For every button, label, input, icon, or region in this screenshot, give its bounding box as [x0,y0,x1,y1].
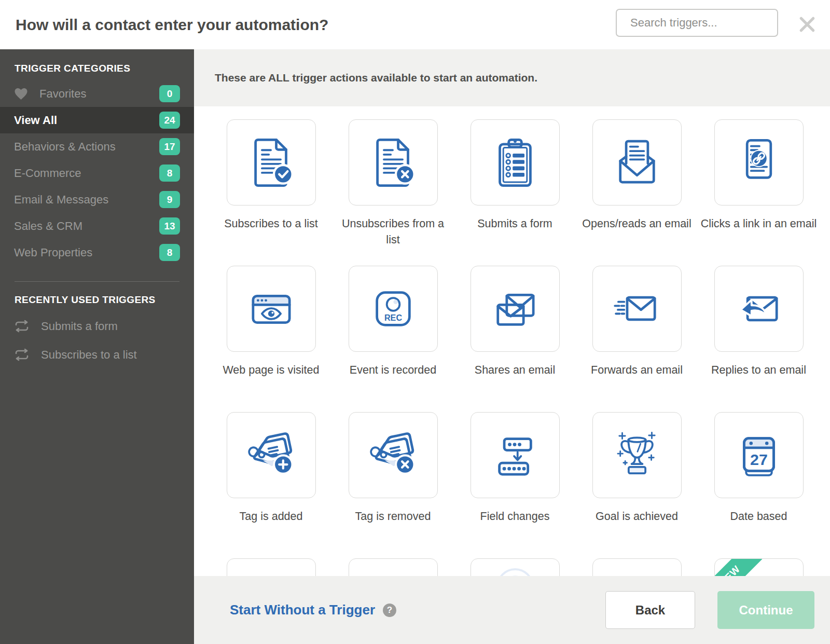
browser-eye-icon [242,279,301,338]
count-badge: 8 [159,165,180,182]
repeat-icon [14,320,30,333]
trigger-card-goal-is-achieved[interactable] [592,412,682,498]
main-panel: These are ALL trigger actions available … [194,49,830,644]
trigger-card-tag-is-removed[interactable] [349,412,438,498]
modal-footer: Start Without a Trigger ? Back Continue [194,576,830,644]
trigger-modal: How will a contact enter your automation… [0,0,830,644]
sidebar-item-label: Sales & CRM [14,220,82,233]
page-title: How will a contact enter your automation… [16,0,328,49]
trigger-card-label: Subscribes to a list [224,216,317,232]
trigger-card-label: Web page is visited [223,362,319,378]
document-link-icon [729,133,789,192]
back-button[interactable]: Back [605,591,695,629]
count-badge: 0 [159,85,180,102]
count-badge: 13 [159,217,180,235]
trigger-card-date-based[interactable]: 27 [714,412,804,498]
clipboard-checklist-icon [486,133,545,192]
trigger-card-label: Replies to an email [711,362,806,378]
sidebar-item-web-properties[interactable]: Web Properties 8 [0,239,194,266]
recent-trigger-label: Submits a form [41,320,118,333]
sidebar-recent-submits-a-form[interactable]: Submits a form [0,312,194,340]
count-badge: 8 [159,244,180,261]
trigger-card-label: Date based [730,509,787,525]
trigger-card-label: Clicks a link in an email [701,216,817,232]
trigger-card-label: Tag is added [240,509,303,525]
modal-header: How will a contact enter your automation… [0,0,830,49]
repeat-icon [14,348,30,361]
double-envelope-icon [486,279,545,338]
recently-used-heading: RECENTLY USED TRIGGERS [0,282,194,312]
sidebar-item-label: Web Properties [14,246,92,259]
sidebar-item-behaviors-actions[interactable]: Behaviors & Actions 17 [0,133,194,160]
sidebar-item-email-messages[interactable]: Email & Messages 9 [0,186,194,213]
trigger-card-label: Goal is achieved [596,509,678,525]
trigger-card-web-page-is-visited[interactable] [227,266,316,352]
sidebar-recent-subscribes-to-a-list[interactable]: Subscribes to a list [0,340,194,369]
trigger-card-label: Unsubscribes from a list [334,216,452,248]
trigger-card-replies-to-an-email[interactable] [714,266,804,352]
open-envelope-letter-icon [607,133,667,192]
sidebar-item-ecommerce[interactable]: E-Commerce 8 [0,160,194,186]
trigger-card-forwards-an-email[interactable] [592,266,682,352]
calendar-day-label: 27 [750,450,768,468]
trigger-card-label: Forwards an email [591,362,683,378]
close-icon [798,15,817,34]
trigger-categories-heading: TRIGGER CATEGORIES [0,49,194,80]
trigger-card-event-is-recorded[interactable]: REC [349,266,438,352]
reply-envelope-icon [729,279,789,338]
trigger-card-opens-reads-an-email[interactable] [592,119,682,205]
speeding-envelope-icon [607,279,667,338]
trigger-card-label: Event is recorded [350,362,436,378]
count-badge: 24 [159,112,180,129]
sidebar-item-label: Favorites [39,87,86,101]
calendar-icon: 27 [729,426,789,485]
trigger-card-label: Submits a form [477,216,552,232]
field-arrow-icon [486,426,545,485]
trophy-icon [607,426,667,485]
tag-x-icon [364,426,423,485]
sidebar: TRIGGER CATEGORIES Favorites 0 View All … [0,49,194,644]
tag-plus-icon [242,426,301,485]
trigger-card-label: Tag is removed [355,509,431,525]
sidebar-item-label: Email & Messages [14,193,108,207]
sidebar-item-label: Behaviors & Actions [14,140,116,154]
continue-button[interactable]: Continue [717,591,814,629]
sidebar-item-label: E-Commerce [14,167,81,180]
trigger-card-field-changes[interactable] [471,412,560,498]
document-check-icon [242,133,301,192]
trigger-card-unsubscribes-from-a-list[interactable] [349,119,438,205]
banner-text: These are ALL trigger actions available … [194,49,830,106]
heart-icon [14,88,28,100]
sidebar-item-view-all[interactable]: View All 24 [0,107,194,133]
trigger-card-shares-an-email[interactable] [471,266,560,352]
count-badge: 17 [159,138,180,155]
recent-trigger-label: Subscribes to a list [41,348,137,362]
document-x-icon [364,133,423,192]
trigger-grid: Subscribes to a list Unsubscribes from a… [194,106,830,644]
rec-button-icon: REC [364,279,423,338]
count-badge: 9 [159,191,180,208]
rec-label: REC [384,313,402,322]
trigger-card-tag-is-added[interactable] [227,412,316,498]
sidebar-item-sales-crm[interactable]: Sales & CRM 13 [0,213,194,239]
search-box [616,9,778,37]
help-icon[interactable]: ? [383,604,396,617]
trigger-card-submits-a-form[interactable] [471,119,560,205]
trigger-card-clicks-a-link-in-an-email[interactable] [714,119,804,205]
trigger-card-label: Shares an email [475,362,555,378]
search-input[interactable] [629,16,781,30]
sidebar-item-label: View All [14,114,57,127]
trigger-card-subscribes-to-a-list[interactable] [227,119,316,205]
sidebar-item-favorites[interactable]: Favorites 0 [0,80,194,107]
start-without-trigger-link[interactable]: Start Without a Trigger [230,602,375,618]
close-button[interactable] [798,15,817,34]
trigger-card-label: Opens/reads an email [582,216,691,232]
trigger-card-label: Field changes [480,509,550,525]
